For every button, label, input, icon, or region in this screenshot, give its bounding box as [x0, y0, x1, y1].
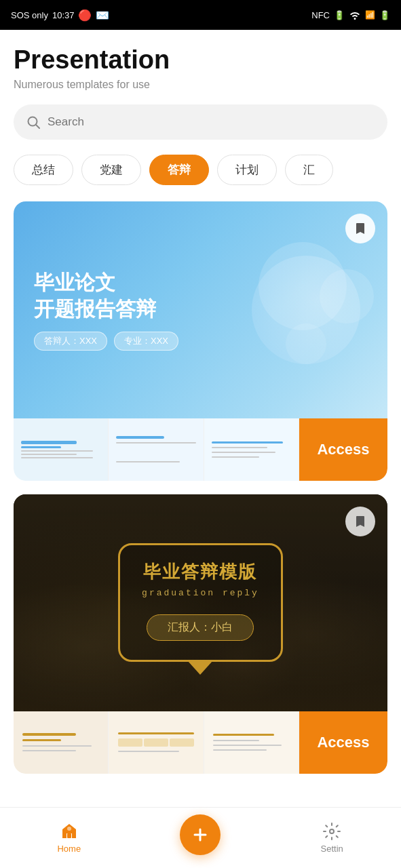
status-bar: SOS only 10:37 🔴 ✉️ NFC 🔋 📶 🔋 — [0, 0, 401, 30]
card1-bottom-strip: Access — [14, 418, 387, 481]
template-card-2[interactable]: 毕业答辩模版 graduation reply 汇报人：小白 — [14, 494, 387, 774]
category-more[interactable]: 汇 — [285, 155, 333, 185]
svg-line-1 — [36, 125, 39, 128]
card1-thumbnails — [14, 418, 299, 481]
svg-point-5 — [67, 827, 71, 831]
card2-speech-bubble: 毕业答辩模版 graduation reply 汇报人：小白 — [118, 543, 283, 662]
category-party[interactable]: 党建 — [81, 155, 141, 185]
home-icon — [60, 822, 79, 841]
card2-thumbnails — [14, 711, 299, 774]
category-plan[interactable]: 计划 — [217, 155, 277, 185]
fab-add-button[interactable] — [180, 814, 221, 855]
search-bar[interactable] — [14, 104, 387, 140]
svg-point-8 — [330, 829, 334, 833]
svg-rect-3 — [67, 833, 71, 838]
status-left: SOS only 10:37 🔴 ✉️ — [11, 9, 109, 22]
card1-tag-2: 专业：XXX — [114, 332, 178, 351]
status-right: NFC 🔋 📶 🔋 — [311, 10, 390, 20]
card1-thumb-1[interactable] — [14, 418, 109, 481]
card1-access-button[interactable]: Access — [299, 418, 387, 481]
page-subtitle: Numerous templates for use — [14, 79, 387, 91]
card2-thumb-3[interactable] — [204, 711, 299, 774]
card2-bookmark[interactable] — [345, 507, 375, 536]
search-icon — [26, 115, 41, 130]
template-card-1[interactable]: 毕业论文 开题报告答辩 答辩人：XXX 专业：XXX — [14, 201, 387, 481]
carrier-text: SOS only — [11, 10, 48, 20]
card1-title-line1: 毕业论文 — [34, 269, 367, 296]
nfc-icon: NFC — [311, 10, 330, 20]
nav-settings[interactable]: Settin — [305, 822, 359, 854]
time-text: 10:37 — [52, 10, 75, 20]
category-row: 总结 党建 答辩 计划 汇 — [14, 155, 387, 185]
home-label: Home — [57, 844, 81, 854]
card1-bookmark[interactable] — [345, 214, 375, 243]
card1-thumb-3[interactable] — [204, 418, 299, 481]
card2-thumb-1[interactable] — [14, 711, 109, 774]
card2-title-en: graduation reply — [142, 588, 259, 598]
page-title: Presentation — [14, 46, 387, 75]
signal-icon: 📶 — [365, 10, 375, 20]
category-summary[interactable]: 总结 — [14, 155, 73, 185]
battery-icon: 🔋 — [379, 10, 390, 20]
settings-label: Settin — [321, 844, 343, 854]
card1-thumb-2[interactable] — [109, 418, 204, 481]
nav-home[interactable]: Home — [42, 822, 96, 854]
category-defense[interactable]: 答辩 — [149, 155, 209, 185]
card2-thumb-2[interactable] — [109, 711, 204, 774]
settings-icon — [322, 822, 341, 841]
battery-save-icon: 🔋 — [334, 10, 345, 20]
card2-bottom-strip: Access — [14, 711, 387, 774]
card1-title-line2: 开题报告答辩 — [34, 296, 367, 322]
card2-main: 毕业答辩模版 graduation reply 汇报人：小白 — [14, 494, 387, 711]
wifi-icon — [349, 10, 361, 20]
card2-access-button[interactable]: Access — [299, 711, 387, 774]
card1-main: 毕业论文 开题报告答辩 答辩人：XXX 专业：XXX — [14, 201, 387, 418]
card2-title-cn: 毕业答辩模版 — [142, 560, 259, 584]
card1-tags: 答辩人：XXX 专业：XXX — [34, 332, 367, 351]
bottom-nav: Home Settin — [0, 807, 401, 868]
card1-tag-1: 答辩人：XXX — [34, 332, 107, 351]
cards-container: 毕业论文 开题报告答辩 答辩人：XXX 专业：XXX — [14, 201, 387, 774]
card2-presenter: 汇报人：小白 — [147, 614, 254, 641]
search-input[interactable] — [47, 115, 375, 129]
